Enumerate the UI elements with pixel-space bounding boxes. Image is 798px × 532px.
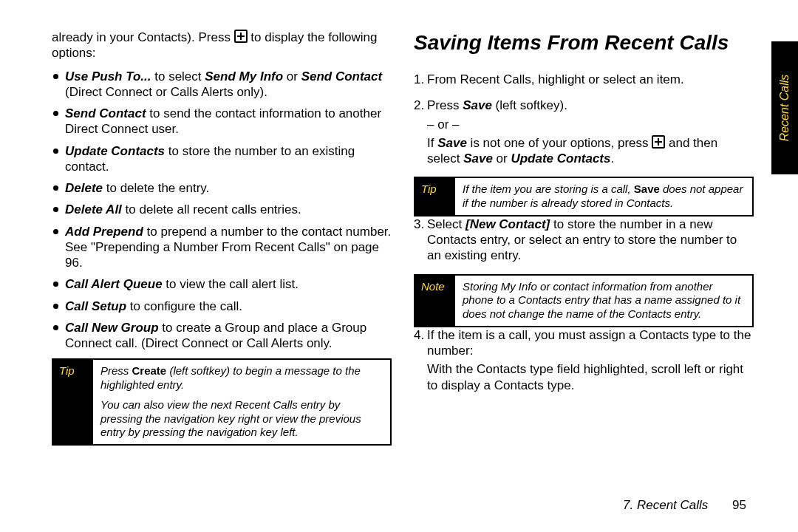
bold: [New Contact] bbox=[466, 217, 550, 231]
step-item: Press Save (left softkey). – or – If Sav… bbox=[427, 98, 754, 166]
intro-prefix: already in your Contacts). Press bbox=[52, 30, 234, 44]
menu-icon bbox=[234, 30, 248, 43]
tip-tag: Tip bbox=[415, 178, 455, 215]
list-item: Send Contact to send the contact informa… bbox=[65, 106, 392, 137]
steps-list: From Recent Calls, highlight or select a… bbox=[414, 72, 754, 166]
step-text: If the item is a call, you must assign a… bbox=[427, 328, 751, 358]
option-term: Update Contacts bbox=[65, 144, 165, 158]
tip-body: If the item you are storing is a call, S… bbox=[455, 178, 752, 215]
tip-tag: Tip bbox=[53, 360, 93, 444]
menu-icon bbox=[652, 135, 665, 149]
tip-text: Press bbox=[100, 364, 132, 377]
list-item: Use Push To... to select Send My Info or… bbox=[65, 69, 392, 100]
option-term: Call Setup bbox=[65, 299, 126, 313]
option-text: to delete the entry. bbox=[103, 181, 209, 195]
list-item: Call New Group to create a Group and pla… bbox=[65, 320, 392, 352]
step-text: If Save is not one of your options, pres… bbox=[427, 135, 754, 167]
left-column: already in your Contacts). Press to disp… bbox=[52, 30, 392, 446]
step-text: From Recent Calls, highlight or select a… bbox=[427, 72, 684, 86]
tip-box: Tip Press Create (left softkey) to begin… bbox=[52, 358, 392, 446]
list-item: Call Setup to configure the call. bbox=[65, 299, 392, 314]
tip-bold: Save bbox=[634, 183, 660, 195]
txt: is not one of your options, press bbox=[467, 136, 652, 150]
tip-line: You can also view the next Recent Calls … bbox=[100, 398, 383, 440]
list-item: Delete to delete the entry. bbox=[65, 180, 392, 196]
option-term: Call New Group bbox=[65, 321, 159, 335]
option-term: Call Alert Queue bbox=[65, 277, 163, 291]
steps-list-cont: Select [New Contact] to store the number… bbox=[414, 216, 754, 264]
page: Recent Calls already in your Contacts). … bbox=[0, 0, 798, 532]
option-text: (Direct Connect or Calls Alerts only). bbox=[65, 85, 267, 99]
option-term: Send My Info bbox=[205, 69, 283, 83]
step-item: Select [New Contact] to store the number… bbox=[427, 216, 754, 264]
step-text: With the Contacts type field highlighted… bbox=[427, 361, 754, 393]
note-line: Storing My Info or contact information f… bbox=[463, 280, 745, 321]
option-term: Add Prepend bbox=[65, 225, 143, 239]
option-text: to view the call alert list. bbox=[163, 277, 299, 291]
note-body: Storing My Info or contact information f… bbox=[455, 276, 752, 326]
steps-list-cont2: If the item is a call, you must assign a… bbox=[414, 327, 754, 393]
option-text: to configure the call. bbox=[126, 299, 242, 313]
option-text: to delete all recent calls entries. bbox=[122, 202, 301, 216]
tip-text: If the item you are storing is a call, bbox=[463, 183, 634, 195]
option-term: Send Contact bbox=[301, 69, 383, 83]
side-tab-label: Recent Calls bbox=[777, 75, 792, 142]
txt: Press bbox=[427, 98, 463, 112]
right-column: Saving Items From Recent Calls From Rece… bbox=[414, 30, 754, 446]
step-item: From Recent Calls, highlight or select a… bbox=[427, 72, 754, 87]
txt: (left softkey). bbox=[492, 98, 567, 112]
note-box: Note Storing My Info or contact informat… bbox=[414, 274, 754, 327]
list-item: Call Alert Queue to view the call alert … bbox=[65, 276, 392, 292]
option-term: Delete bbox=[65, 181, 103, 195]
intro-text: already in your Contacts). Press to disp… bbox=[52, 30, 392, 61]
bold: Save bbox=[463, 98, 492, 112]
step-or: – or – bbox=[427, 117, 754, 132]
bold: Save bbox=[437, 136, 467, 150]
step-text: Press Save (left softkey). bbox=[427, 98, 567, 112]
txt: Select bbox=[427, 217, 466, 231]
section-title: Saving Items From Recent Calls bbox=[414, 30, 754, 55]
option-term: Delete All bbox=[65, 202, 122, 216]
tip-bold: Create bbox=[132, 364, 167, 377]
bold: Save bbox=[463, 151, 493, 166]
list-item: Add Prepend to prepend a number to the c… bbox=[65, 224, 392, 271]
footer-chapter: 7. Recent Calls bbox=[623, 498, 708, 512]
tip-body: Press Create (left softkey) to begin a m… bbox=[93, 360, 390, 444]
option-term: Use Push To... bbox=[65, 69, 151, 83]
tip-line: If the item you are storing is a call, S… bbox=[463, 183, 745, 211]
bold: Update Contacts bbox=[511, 151, 610, 166]
option-text: to select bbox=[151, 69, 205, 83]
txt: If bbox=[427, 136, 437, 150]
txt: or bbox=[493, 151, 511, 166]
step-item: If the item is a call, you must assign a… bbox=[427, 327, 754, 393]
option-term: Send Contact bbox=[65, 106, 146, 120]
options-list: Use Push To... to select Send My Info or… bbox=[52, 69, 392, 352]
footer-page-number: 95 bbox=[732, 498, 746, 512]
side-tab-recent-calls: Recent Calls bbox=[771, 41, 798, 174]
tip-box: Tip If the item you are storing is a cal… bbox=[414, 177, 754, 216]
list-item: Delete All to delete all recent calls en… bbox=[65, 202, 392, 217]
option-text: or bbox=[283, 69, 301, 83]
page-footer: 7. Recent Calls 95 bbox=[623, 497, 746, 513]
note-tag: Note bbox=[415, 276, 455, 326]
tip-line: Press Create (left softkey) to begin a m… bbox=[100, 364, 383, 392]
content-columns: already in your Contacts). Press to disp… bbox=[52, 30, 754, 446]
list-item: Update Contacts to store the number to a… bbox=[65, 143, 392, 175]
txt: . bbox=[610, 151, 614, 166]
